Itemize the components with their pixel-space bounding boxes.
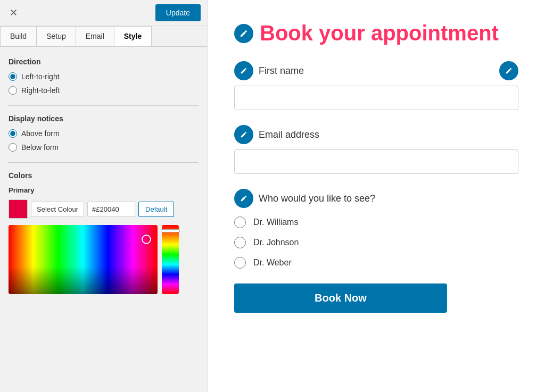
gradient-handle[interactable]: [142, 235, 151, 244]
email-field: Email address: [234, 125, 518, 174]
first-name-edit-icon[interactable]: [234, 61, 253, 80]
notices-below-radio[interactable]: [9, 143, 17, 152]
direction-rtl-label: Right-to-left: [21, 86, 60, 95]
doctor-radio-group: Dr. Williams Dr. Johnson Dr. Weber: [234, 216, 518, 269]
doctor-option-2[interactable]: Dr. Weber: [234, 257, 518, 269]
first-name-label-row: First name: [234, 61, 304, 80]
direction-rtl-radio[interactable]: [9, 86, 17, 95]
panel-content: Direction Left-to-right Right-to-left Di…: [0, 47, 207, 392]
doctor-option-1[interactable]: Dr. Johnson: [234, 237, 518, 248]
tabs-bar: Build Setup Email Style: [0, 26, 207, 47]
pencil-icon-fn: [240, 67, 247, 74]
email-edit-icon[interactable]: [234, 125, 253, 144]
doctor-radio-0[interactable]: [234, 216, 246, 228]
notices-below-option[interactable]: Below form: [9, 143, 199, 152]
doctor-option-0[interactable]: Dr. Williams: [234, 216, 518, 228]
form-title-row: Book your appointment: [234, 21, 518, 45]
right-panel: Book your appointment First name: [208, 0, 545, 392]
notices-above-radio[interactable]: [9, 129, 17, 138]
doctor-question-label: Who would you like to see?: [259, 193, 375, 204]
colors-title: Colors: [9, 171, 199, 180]
first-name-header: First name: [234, 61, 518, 80]
doctor-radio-1[interactable]: [234, 237, 246, 248]
direction-ltr-option[interactable]: Left-to-right: [9, 72, 199, 81]
tab-build[interactable]: Build: [0, 26, 37, 46]
tab-email[interactable]: Email: [76, 26, 114, 46]
colors-section: Colors Primary Select Colour Default: [9, 171, 199, 294]
direction-radio-group: Left-to-right Right-to-left: [9, 72, 199, 95]
first-name-field-edit-icon[interactable]: [499, 61, 518, 80]
doctor-label-2: Dr. Weber: [253, 258, 292, 268]
doctor-question-edit-icon[interactable]: [234, 189, 253, 208]
first-name-field: First name: [234, 61, 518, 110]
tab-style[interactable]: Style: [114, 26, 152, 46]
first-name-label: First name: [259, 65, 304, 77]
top-bar: ✕ Update: [0, 0, 207, 26]
title-edit-icon[interactable]: [234, 24, 253, 43]
divider-2: [9, 162, 199, 163]
direction-ltr-label: Left-to-right: [21, 72, 60, 81]
form-main-title: Book your appointment: [260, 21, 499, 45]
doctor-label-0: Dr. Williams: [253, 218, 298, 227]
notices-below-label: Below form: [21, 143, 59, 152]
hue-slider[interactable]: [162, 225, 179, 294]
color-picker-container: [9, 225, 199, 294]
close-button[interactable]: ✕: [6, 6, 21, 20]
direction-rtl-option[interactable]: Right-to-left: [9, 86, 199, 95]
email-header: Email address: [234, 125, 518, 144]
pencil-icon-dq: [240, 195, 247, 202]
update-button[interactable]: Update: [155, 4, 201, 21]
pencil-icon-svg: [240, 29, 248, 38]
color-controls: Select Colour Default: [9, 199, 199, 219]
email-label: Email address: [259, 129, 319, 140]
doctor-label-1: Dr. Johnson: [253, 238, 299, 247]
doctor-radio-2[interactable]: [234, 257, 246, 269]
doctor-question-section: Who would you like to see? Dr. Williams …: [234, 189, 518, 269]
email-label-row: Email address: [234, 125, 319, 144]
direction-ltr-radio[interactable]: [9, 72, 17, 81]
display-notices-radio-group: Above form Below form: [9, 129, 199, 152]
primary-label: Primary: [9, 186, 199, 194]
pencil-icon-fn-right: [505, 67, 513, 74]
direction-title: Direction: [9, 57, 199, 66]
pencil-icon-em: [240, 131, 247, 138]
color-gradient[interactable]: [9, 225, 158, 294]
hex-input[interactable]: [87, 202, 135, 217]
hue-handle[interactable]: [161, 229, 180, 232]
display-notices-title: Display notices: [9, 114, 199, 123]
default-button[interactable]: Default: [138, 202, 174, 217]
left-panel: ✕ Update Build Setup Email Style Directi…: [0, 0, 208, 392]
email-input[interactable]: [234, 149, 518, 174]
doctor-question-label-row: Who would you like to see?: [234, 189, 518, 208]
book-now-button[interactable]: Book Now: [234, 283, 447, 313]
notices-above-label: Above form: [21, 129, 60, 138]
first-name-input[interactable]: [234, 86, 518, 110]
tab-setup[interactable]: Setup: [36, 26, 76, 46]
divider-1: [9, 105, 199, 106]
color-swatch[interactable]: [9, 199, 28, 219]
select-colour-button[interactable]: Select Colour: [31, 202, 84, 217]
notices-above-option[interactable]: Above form: [9, 129, 199, 138]
